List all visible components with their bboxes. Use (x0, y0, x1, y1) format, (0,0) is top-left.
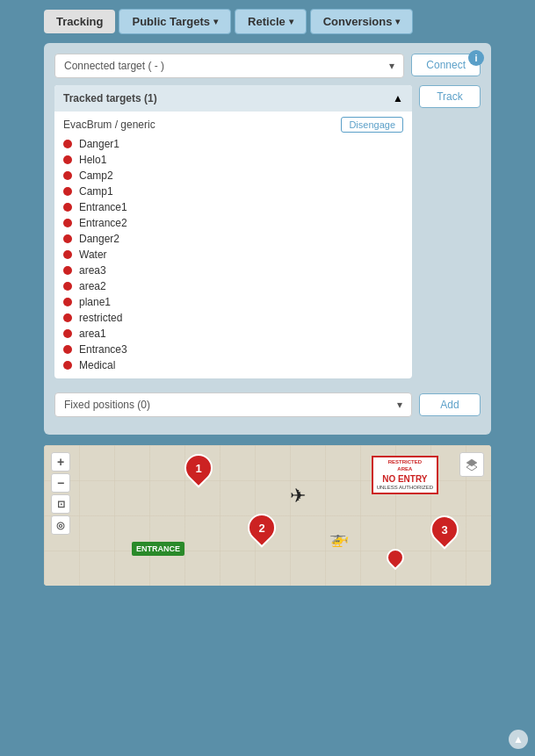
chevron-down-icon: ▾ (289, 17, 293, 26)
list-item: Danger1 (63, 136, 403, 152)
list-item: Entrance2 (63, 215, 403, 231)
list-item: Entrance1 (63, 199, 403, 215)
map-pin-1[interactable]: 1 (184, 454, 213, 482)
airplane-icon: ✈ (290, 485, 306, 508)
main-panel: i Connected target ( - ) ▾ Connect Track… (44, 43, 491, 435)
red-dot-icon (63, 266, 72, 275)
red-dot-icon (63, 171, 72, 180)
red-dot-icon (63, 140, 72, 148)
red-dot-icon (63, 345, 72, 354)
location-button[interactable]: ◎ (51, 515, 70, 535)
info-icon[interactable]: i (468, 50, 484, 66)
red-dot-icon (63, 313, 72, 322)
list-item: Danger2 (63, 231, 403, 247)
top-bar: Tracking Public Targets ▾ Reticle ▾ Conv… (0, 0, 535, 43)
tab-reticle[interactable]: Reticle ▾ (235, 9, 307, 34)
restricted-no-entry: NO ENTRY (377, 473, 433, 485)
list-item: restricted (63, 310, 403, 326)
disengage-button[interactable]: Disengage (341, 117, 403, 133)
red-dot-icon (63, 250, 72, 259)
list-item: area2 (63, 278, 403, 294)
red-dot-icon (63, 155, 72, 164)
list-item: area1 (63, 326, 403, 342)
track-button[interactable]: Track (419, 85, 481, 108)
restricted-title: RESTRICTED (377, 459, 433, 466)
list-item: Medical (63, 357, 403, 373)
scroll-up-button[interactable]: ▲ (509, 730, 528, 749)
tab-public-targets[interactable]: Public Targets ▾ (119, 9, 231, 34)
helicopter-icon: 🚁 (329, 529, 349, 548)
chevron-down-icon: ▾ (395, 17, 400, 26)
chevron-down-icon: ▾ (213, 17, 218, 26)
tab-conversions[interactable]: Conversions ▾ (310, 9, 414, 34)
tab-tracking[interactable]: Tracking (44, 10, 115, 33)
tracked-targets-section: Tracked targets (1) ▲ EvacBrum / generic… (54, 85, 412, 378)
red-dot-icon (63, 298, 72, 306)
entrance-sign: ENTRANCE (132, 542, 184, 556)
target-group: EvacBrum / generic Disengage (63, 117, 403, 133)
fixed-positions-row: Fixed positions (0) ▾ Add (54, 392, 481, 417)
list-item: area3 (63, 263, 403, 278)
list-item: Entrance3 (63, 342, 403, 357)
list-item: Water (63, 247, 403, 263)
red-dot-icon (63, 203, 72, 212)
red-dot-icon (63, 329, 72, 338)
tracked-targets-content: EvacBrum / generic Disengage Danger1Helo… (54, 112, 412, 378)
target-list: Danger1Helo1Camp2Camp1Entrance1Entrance2… (63, 136, 403, 373)
layer-button[interactable] (459, 452, 484, 477)
red-dot-icon (63, 282, 72, 291)
red-dot-icon (63, 187, 72, 196)
fit-map-button[interactable]: ⊡ (51, 494, 70, 514)
red-dot-icon (63, 361, 72, 370)
restricted-area: AREA (377, 466, 433, 473)
chevron-down-icon: ▾ (389, 60, 394, 72)
list-item: Camp2 (63, 168, 403, 184)
list-item: Helo1 (63, 152, 403, 168)
map-container: + − ⊡ ◎ ENTRANCE RESTRICTED AREA NO ENTR… (44, 445, 491, 586)
connected-target-select[interactable]: Connected target ( - ) ▾ (54, 54, 404, 78)
fixed-positions-select[interactable]: Fixed positions (0) ▾ (54, 392, 412, 417)
chevron-down-icon: ▾ (397, 399, 402, 411)
zoom-out-button[interactable]: − (51, 473, 70, 493)
map-pin-2[interactable]: 2 (248, 514, 276, 542)
map-pin-3[interactable]: 3 (430, 515, 459, 544)
add-button[interactable]: Add (419, 393, 481, 416)
tracked-targets-row: Tracked targets (1) ▲ EvacBrum / generic… (54, 85, 481, 385)
map-controls: + − ⊡ ◎ (51, 452, 70, 535)
layers-icon (465, 457, 479, 472)
connected-target-row: Connected target ( - ) ▾ Connect (54, 54, 481, 78)
restricted-sign: RESTRICTED AREA NO ENTRY UNLESS AUTHORIZ… (372, 456, 438, 494)
red-dot-icon (63, 219, 72, 227)
red-dot-icon (63, 234, 72, 243)
tracked-targets-header[interactable]: Tracked targets (1) ▲ (54, 85, 412, 112)
restricted-unless: UNLESS AUTHORIZED (377, 485, 433, 492)
svg-marker-0 (466, 459, 477, 466)
list-item: plane1 (63, 294, 403, 310)
collapse-icon: ▲ (393, 92, 403, 104)
zoom-in-button[interactable]: + (51, 452, 70, 472)
map-pin-4[interactable] (387, 549, 404, 566)
list-item: Camp1 (63, 184, 403, 199)
